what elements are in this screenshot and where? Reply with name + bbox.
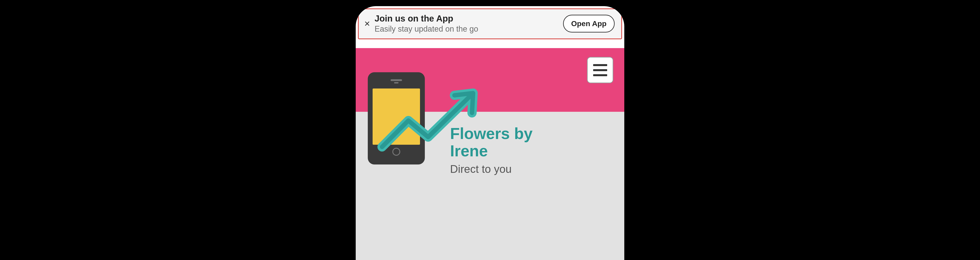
spacer	[356, 39, 624, 48]
hamburger-menu-icon[interactable]	[587, 57, 613, 83]
brand-title-line2: Irene	[450, 142, 488, 160]
brand-text-block: Flowers by Irene Direct to you	[450, 125, 533, 175]
brand-title-line1: Flowers by	[450, 125, 533, 142]
close-icon[interactable]: ✕	[363, 20, 373, 27]
banner-text-block: Join us on the App Easily stay updated o…	[373, 14, 563, 33]
main-content: Flowers by Irene Direct to you	[356, 112, 624, 260]
brand-title: Flowers by Irene	[450, 125, 533, 160]
banner-title: Join us on the App	[375, 14, 563, 24]
site-logo	[368, 72, 425, 164]
phone-illustration-icon	[368, 72, 425, 164]
banner-subtitle: Easily stay updated on the go	[375, 24, 563, 33]
brand-tagline: Direct to you	[450, 163, 533, 175]
open-app-button[interactable]: Open App	[563, 15, 615, 32]
phone-device-frame: ✕ Join us on the App Easily stay updated…	[350, 0, 630, 260]
app-install-banner: ✕ Join us on the App Easily stay updated…	[358, 8, 622, 39]
